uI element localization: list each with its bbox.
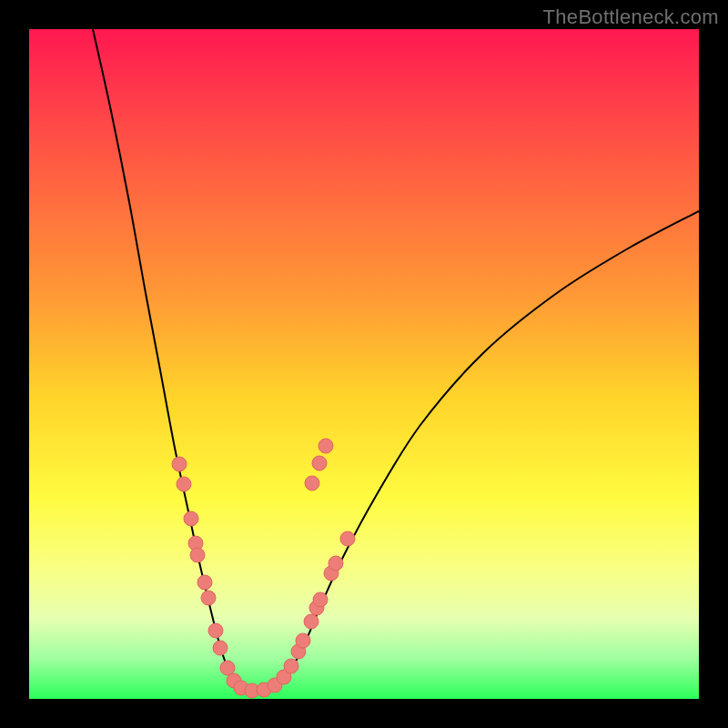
data-point [172, 457, 187, 471]
data-point [305, 476, 319, 490]
data-point [313, 592, 328, 607]
data-point [220, 661, 235, 675]
data-point [184, 511, 198, 526]
watermark-text: TheBottleneck.com [543, 5, 719, 29]
plot-svg [29, 29, 699, 699]
data-point [312, 456, 327, 470]
data-point [201, 591, 216, 605]
data-point [304, 614, 318, 629]
data-point [318, 439, 333, 453]
scatter-group [172, 439, 355, 698]
plot-frame [29, 29, 699, 699]
bottleneck-curve [93, 29, 699, 691]
data-point [340, 531, 355, 546]
data-point [296, 633, 310, 648]
data-point [329, 556, 343, 571]
data-point [213, 641, 228, 655]
data-point [208, 623, 223, 638]
data-point [284, 659, 298, 673]
data-point [177, 477, 191, 491]
data-point [190, 548, 205, 562]
data-point [197, 575, 212, 590]
